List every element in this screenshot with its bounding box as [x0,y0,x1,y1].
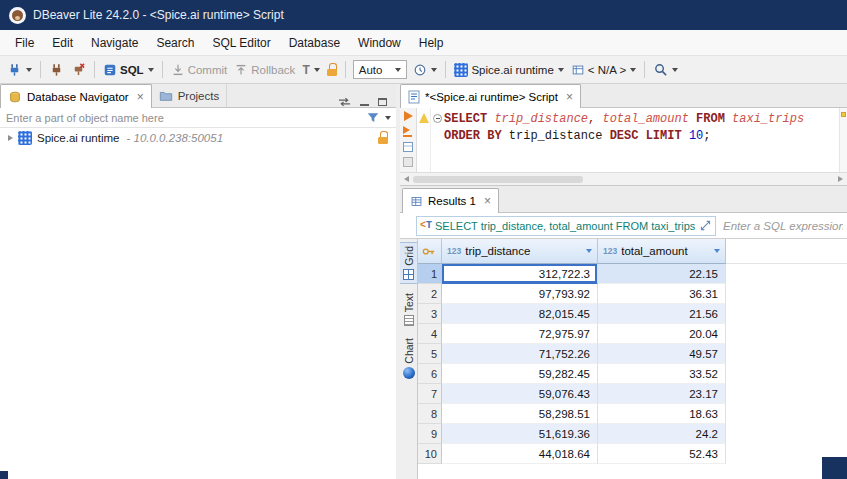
rollback-button[interactable]: Rollback [231,61,298,79]
chevron-down-icon [630,68,636,72]
grid-cell[interactable]: 52.43 [598,444,726,464]
active-connection-selector[interactable]: Spice.ai runtime [451,61,566,79]
grid-cell[interactable]: 59,282.45 [442,364,598,384]
maximize-icon[interactable] [378,98,387,106]
scrollbar-thumb[interactable] [413,176,583,183]
transaction-lock-button[interactable] [324,61,340,78]
grid-cell[interactable]: 21.56 [598,304,726,324]
grid-cell[interactable]: 59,076.43 [442,384,598,404]
expand-panel-icon[interactable] [699,219,712,232]
grid-cell[interactable]: 24.2 [598,424,726,444]
menu-database[interactable]: Database [280,32,349,54]
transaction-mode-button[interactable]: T [299,61,322,79]
overview-ruler [839,108,847,172]
scroll-left-icon[interactable] [404,176,409,182]
menu-navigate[interactable]: Navigate [82,32,147,54]
sort-dropdown-icon[interactable] [714,249,720,253]
close-icon[interactable]: × [484,195,491,207]
editor-horizontal-scrollbar[interactable] [400,172,847,185]
results-view-tab-chart[interactable]: Chart [400,335,417,382]
grid-cell[interactable]: 44,018.64 [442,444,598,464]
menu-window[interactable]: Window [349,32,410,54]
output-panel-icon[interactable] [403,157,413,167]
column-name: trip_distance [465,245,582,257]
execute-statement-icon[interactable] [404,111,413,121]
grid-cell[interactable]: 18.63 [598,404,726,424]
numeric-type-icon: 123 [447,246,461,256]
main-toolbar: SQL Commit Rollback T Auto [0,56,847,84]
tree-item-connection[interactable]: Spice.ai runtime - 10.0.0.238:50051 [0,128,396,147]
menu-sql-editor[interactable]: SQL Editor [203,32,279,54]
row-number[interactable]: 4 [418,324,442,344]
row-number[interactable]: 3 [418,304,442,324]
connection-name: Spice.ai runtime [37,132,119,144]
tab-projects[interactable]: Projects [152,84,228,107]
window-corner-right [822,457,847,479]
grid-cell[interactable]: 312,722.3 [442,264,598,284]
warning-marker [841,112,846,117]
code-fold-icon[interactable] [433,114,442,123]
grid-cell[interactable]: 97,793.92 [442,284,598,304]
grid-cell[interactable]: 23.17 [598,384,726,404]
sql-code[interactable]: SELECT trip_distance, total_amount FROM … [431,108,839,172]
explain-plan-icon[interactable] [403,142,413,152]
grid-cell[interactable]: 49.57 [598,344,726,364]
navigator-filter-input[interactable] [0,109,362,127]
commit-button[interactable]: Commit [168,61,231,79]
chevron-down-icon[interactable] [385,116,391,120]
grid-cell[interactable]: 20.04 [598,324,726,344]
close-icon[interactable]: × [566,91,573,103]
grid-cell[interactable]: 58,298.51 [442,404,598,424]
table-row: 659,282.4533.52 [418,364,847,384]
tab-database-navigator[interactable]: Database Navigator × [0,84,152,108]
row-number[interactable]: 6 [418,364,442,384]
active-schema-selector[interactable]: < N/A > [568,61,639,79]
column-header-trip_distance[interactable]: 123trip_distance [442,239,598,264]
connect-button[interactable] [46,60,67,79]
grid-corner[interactable] [418,239,442,264]
row-number[interactable]: 7 [418,384,442,404]
row-number[interactable]: 1 [418,264,442,284]
menu-help[interactable]: Help [410,32,453,54]
results-view-tab-text[interactable]: Text [400,290,417,329]
column-header-total_amount[interactable]: 123total_amount [598,239,726,264]
grid-cell[interactable]: 82,015.45 [442,304,598,324]
link-with-editor-icon[interactable] [338,97,351,107]
results-filter-input[interactable] [719,216,847,236]
row-number[interactable]: 2 [418,284,442,304]
grid-cell[interactable]: 22.15 [598,264,726,284]
transaction-log-button[interactable] [410,61,440,79]
grid-cell[interactable]: 71,752.26 [442,344,598,364]
results-view-tab-grid[interactable]: Grid [400,242,417,284]
grid-cell[interactable]: 33.52 [598,364,726,384]
header-filler [726,239,847,264]
grid-cell[interactable]: 51,619.36 [442,424,598,444]
row-number[interactable]: 9 [418,424,442,444]
minimize-icon[interactable] [360,98,369,106]
row-number[interactable]: 10 [418,444,442,464]
disconnect-button[interactable] [68,60,89,79]
chevron-down-icon [558,68,564,72]
close-icon[interactable]: × [137,91,144,103]
tab-sql-script[interactable]: *<Spice.ai runtime> Script × [400,84,581,108]
table-row: 1044,018.6452.43 [418,444,847,464]
sort-dropdown-icon[interactable] [586,249,592,253]
row-number[interactable]: 5 [418,344,442,364]
grid-cell[interactable]: 72,975.97 [442,324,598,344]
new-connection-button[interactable] [4,60,35,79]
row-number[interactable]: 8 [418,404,442,424]
menu-edit[interactable]: Edit [43,32,82,54]
menu-search[interactable]: Search [147,32,203,54]
results-query-preview[interactable]: <T SELECT trip_distance, total_amount FR… [416,216,716,236]
grid-cell[interactable]: 36.31 [598,284,726,304]
execute-script-icon[interactable] [403,126,414,137]
commit-mode-combo[interactable]: Auto [353,60,408,79]
scroll-right-icon[interactable] [838,176,843,182]
filter-funnel-icon[interactable] [366,111,380,124]
search-button[interactable] [650,60,681,79]
menu-file[interactable]: File [6,32,43,54]
chevron-right-icon[interactable] [8,135,13,141]
tab-results-1[interactable]: Results 1 × [402,188,499,213]
open-sql-editor-button[interactable]: SQL [100,61,157,79]
chevron-down-icon [672,68,678,72]
